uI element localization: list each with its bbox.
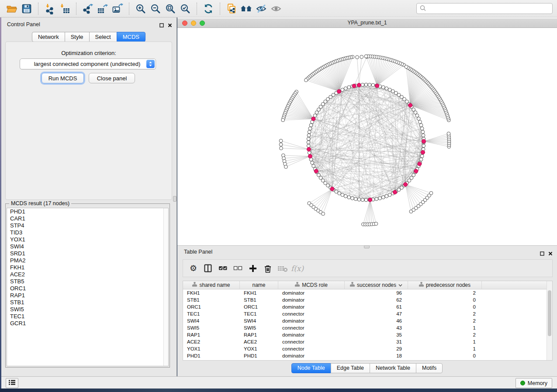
zoom-selected-icon[interactable] xyxy=(178,2,193,15)
first-neighbors-icon[interactable] xyxy=(239,2,254,15)
refresh-icon[interactable] xyxy=(201,2,216,15)
table-cell[interactable]: 43 xyxy=(345,324,408,331)
task-history-button[interactable] xyxy=(6,378,18,388)
tab-motifs[interactable]: Motifs xyxy=(416,363,443,373)
table-cell[interactable]: 2 xyxy=(408,310,482,317)
duplicate-network-icon[interactable] xyxy=(224,2,239,15)
table-cell[interactable]: 0 xyxy=(408,352,482,359)
table-cell[interactable]: connector xyxy=(278,324,345,331)
table-cell[interactable]: 2 xyxy=(408,317,482,324)
table-cell[interactable]: 96 xyxy=(345,289,408,296)
mcds-result-item[interactable]: ORC1 xyxy=(7,285,168,292)
table-cell[interactable]: 1 xyxy=(408,345,482,352)
delete-icon[interactable] xyxy=(261,262,274,275)
mcds-result-item[interactable]: ACE2 xyxy=(7,271,168,278)
export-image-icon[interactable] xyxy=(110,2,125,15)
table-cell[interactable]: dominator xyxy=(278,331,345,338)
tab-network-table[interactable]: Network Table xyxy=(370,363,416,373)
table-cell[interactable]: 1 xyxy=(408,338,482,345)
table-cell[interactable]: YOX1 xyxy=(240,345,278,352)
table-cell[interactable]: SWI4 xyxy=(240,317,278,324)
export-table-icon[interactable] xyxy=(95,2,110,15)
close-panel-icon[interactable] xyxy=(548,250,553,258)
table-cell[interactable]: SWI5 xyxy=(183,324,240,331)
table-cell[interactable]: dominator xyxy=(278,352,345,359)
mcds-result-item[interactable]: SWI5 xyxy=(7,306,168,313)
table-cell[interactable]: YOX1 xyxy=(183,345,240,352)
table-cell[interactable]: FKH1 xyxy=(183,289,240,296)
table-cell[interactable]: FKH1 xyxy=(240,289,278,296)
table-row[interactable]: FKH1FKH1dominator962 xyxy=(183,289,552,296)
show-all-icon[interactable] xyxy=(269,2,284,15)
mcds-result-item[interactable]: SRD1 xyxy=(7,250,168,257)
table-row[interactable]: YOX1YOX1connector291 xyxy=(183,345,552,352)
optimization-criterion-dropdown[interactable]: largest connected component (undirected) xyxy=(20,58,156,69)
table-row[interactable]: ORC1ORC1dominator610 xyxy=(183,303,552,310)
export-network-icon[interactable] xyxy=(80,2,95,15)
table-cell[interactable]: ACE2 xyxy=(183,338,240,345)
mcds-result-item[interactable]: PHD1 xyxy=(7,208,168,215)
zoom-in-icon[interactable] xyxy=(133,2,148,15)
table-cell[interactable]: 0 xyxy=(408,296,482,303)
mcds-result-item[interactable]: RAP1 xyxy=(7,292,168,299)
table-row[interactable]: RAP1RAP1dominator352 xyxy=(183,331,552,338)
settings-icon[interactable]: ⚙ xyxy=(187,262,200,275)
float-panel-icon[interactable] xyxy=(540,250,544,258)
mcds-result-item[interactable]: YOX1 xyxy=(7,236,168,243)
table-cell[interactable]: dominator xyxy=(278,317,345,324)
float-panel-icon[interactable] xyxy=(159,21,164,29)
run-mcds-button[interactable]: Run MCDS xyxy=(42,73,84,83)
table-row[interactable]: SWI5SWI5connector431 xyxy=(183,324,552,331)
table-cell[interactable]: 18 xyxy=(345,352,408,359)
table-cell[interactable]: SWI5 xyxy=(240,324,278,331)
network-canvas[interactable] xyxy=(177,28,557,245)
table-cell[interactable]: ORC1 xyxy=(240,303,278,310)
table-cell[interactable]: 47 xyxy=(345,310,408,317)
table-cell[interactable]: 0 xyxy=(408,303,482,310)
table-scrollbar-thumb[interactable] xyxy=(548,290,551,336)
table-cell[interactable]: TEC1 xyxy=(183,310,240,317)
table-cell[interactable]: connector xyxy=(278,345,345,352)
table-cell[interactable]: SWI4 xyxy=(183,317,240,324)
table-row[interactable]: ACE2ACE2connector311 xyxy=(183,338,552,345)
table-cell[interactable]: STB1 xyxy=(240,296,278,303)
open-folder-icon[interactable] xyxy=(4,2,19,15)
table-row[interactable]: PHD1PHD1dominator180 xyxy=(183,352,552,359)
tab-edge-table[interactable]: Edge Table xyxy=(331,363,370,373)
mcds-result-item[interactable]: GCR1 xyxy=(7,320,168,327)
table-cell[interactable]: RAP1 xyxy=(240,331,278,338)
mcds-list-scrollbar[interactable] xyxy=(163,208,168,366)
table-cell[interactable]: 2 xyxy=(408,289,482,296)
import-network-icon[interactable] xyxy=(42,2,57,15)
table-row[interactable]: SWI4SWI4dominator462 xyxy=(183,317,552,324)
close-panel-icon[interactable] xyxy=(168,21,172,29)
column-header-successor-nodes[interactable]: successor nodes xyxy=(345,281,408,289)
close-panel-button[interactable]: Close panel xyxy=(89,73,135,83)
mcds-result-item[interactable]: STB1 xyxy=(7,299,168,306)
column-header-predecessor-nodes[interactable]: predecessor nodes xyxy=(408,281,482,289)
mcds-result-item[interactable]: TEC1 xyxy=(7,313,168,320)
search-box[interactable] xyxy=(416,3,553,14)
table-cell[interactable]: ACE2 xyxy=(240,338,278,345)
tab-select[interactable]: Select xyxy=(89,32,117,42)
table-cell[interactable]: dominator xyxy=(278,289,345,296)
network-graph[interactable] xyxy=(177,28,557,245)
column-header-name[interactable]: name xyxy=(240,281,278,289)
table-cell[interactable]: 46 xyxy=(345,317,408,324)
table-cell[interactable]: 62 xyxy=(345,296,408,303)
mcds-result-item[interactable]: TID3 xyxy=(7,229,168,236)
table-row[interactable]: TEC1TEC1connector472 xyxy=(183,310,552,317)
table-cell[interactable]: dominator xyxy=(278,303,345,310)
vertical-splitter-handle[interactable] xyxy=(173,196,176,202)
add-icon[interactable] xyxy=(246,262,259,275)
table-cell[interactable]: TEC1 xyxy=(240,310,278,317)
columns-icon[interactable] xyxy=(202,262,214,275)
table-cell[interactable]: STB1 xyxy=(183,296,240,303)
search-input[interactable] xyxy=(428,5,549,12)
table-row[interactable]: STB1STB1dominator620 xyxy=(183,296,552,303)
table-cell[interactable]: 1 xyxy=(408,324,482,331)
table-cell[interactable]: connector xyxy=(278,310,345,317)
zoom-fit-icon[interactable] xyxy=(163,2,178,15)
horizontal-splitter-handle[interactable] xyxy=(364,245,370,248)
tab-network[interactable]: Network xyxy=(32,32,65,42)
